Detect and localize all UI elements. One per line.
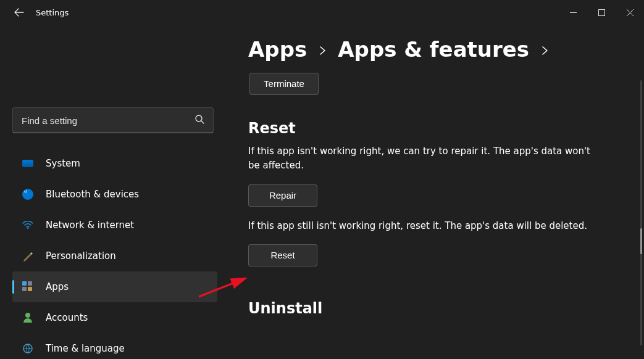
sidebar-item-personalization[interactable]: Personalization bbox=[12, 241, 217, 271]
sidebar-item-label: Personalization bbox=[46, 250, 116, 262]
svg-rect-3 bbox=[22, 281, 27, 286]
reset-section: Reset If this app isn't working right, w… bbox=[248, 120, 637, 279]
system-icon bbox=[21, 157, 35, 170]
sidebar: System ็ Bluetooth & devices Network & i… bbox=[0, 37, 222, 359]
network-icon bbox=[21, 218, 35, 232]
personalization-icon bbox=[21, 249, 35, 263]
time-language-icon bbox=[21, 342, 35, 355]
repair-button[interactable]: Repair bbox=[248, 184, 317, 207]
svg-point-2 bbox=[27, 228, 28, 229]
breadcrumb-apps-features[interactable]: Apps & features bbox=[338, 37, 529, 62]
uninstall-section: Uninstall bbox=[248, 300, 637, 317]
sidebar-item-label: Time & language bbox=[46, 343, 125, 354]
repair-description: If this app isn't working right, we can … bbox=[248, 144, 594, 173]
reset-heading: Reset bbox=[248, 120, 637, 137]
scrollbar-thumb[interactable] bbox=[640, 228, 642, 254]
svg-rect-0 bbox=[598, 9, 604, 15]
sidebar-item-label: Bluetooth & devices bbox=[46, 189, 139, 200]
search-input[interactable] bbox=[22, 115, 194, 126]
sidebar-item-network[interactable]: Network & internet bbox=[12, 210, 217, 241]
search-box[interactable] bbox=[12, 107, 214, 133]
maximize-button[interactable] bbox=[587, 0, 616, 25]
back-icon[interactable] bbox=[14, 7, 25, 18]
title-bar: Settings bbox=[0, 0, 644, 25]
apps-icon bbox=[21, 280, 35, 294]
sidebar-item-label: Apps bbox=[46, 281, 69, 292]
breadcrumb-apps[interactable]: Apps bbox=[248, 37, 307, 62]
title-bar-left: Settings bbox=[0, 7, 69, 18]
window-controls bbox=[559, 0, 644, 25]
sidebar-item-apps[interactable]: Apps bbox=[12, 271, 217, 302]
chevron-right-icon bbox=[318, 44, 327, 59]
sidebar-item-label: Accounts bbox=[46, 312, 88, 323]
chevron-right-icon bbox=[540, 44, 549, 59]
reset-description: If this app still isn't working right, r… bbox=[248, 219, 594, 233]
accounts-icon bbox=[21, 311, 35, 324]
sidebar-item-system[interactable]: System bbox=[12, 148, 217, 179]
sidebar-item-time-language[interactable]: Time & language bbox=[12, 333, 217, 359]
scrollbar-track[interactable] bbox=[640, 80, 642, 345]
breadcrumb: Apps Apps & features bbox=[248, 37, 637, 62]
svg-rect-5 bbox=[22, 287, 27, 291]
sidebar-item-accounts[interactable]: Accounts bbox=[12, 302, 217, 333]
close-button[interactable] bbox=[616, 0, 644, 25]
terminate-button[interactable]: Terminate bbox=[249, 73, 319, 95]
content-area: Apps Apps & features Terminate Reset If … bbox=[248, 37, 637, 359]
reset-button[interactable]: Reset bbox=[248, 244, 317, 266]
sidebar-item-label: Network & internet bbox=[46, 220, 134, 231]
uninstall-heading: Uninstall bbox=[248, 300, 637, 317]
svg-rect-4 bbox=[28, 281, 32, 286]
sidebar-item-bluetooth[interactable]: ็ Bluetooth & devices bbox=[12, 179, 217, 210]
svg-point-1 bbox=[196, 115, 202, 122]
nav-list: System ็ Bluetooth & devices Network & i… bbox=[12, 148, 217, 359]
minimize-button[interactable] bbox=[559, 0, 587, 25]
sidebar-item-label: System bbox=[46, 158, 80, 169]
search-icon bbox=[194, 114, 204, 126]
bluetooth-icon: ็ bbox=[21, 188, 35, 201]
window-title: Settings bbox=[36, 8, 69, 17]
svg-rect-6 bbox=[28, 287, 32, 291]
